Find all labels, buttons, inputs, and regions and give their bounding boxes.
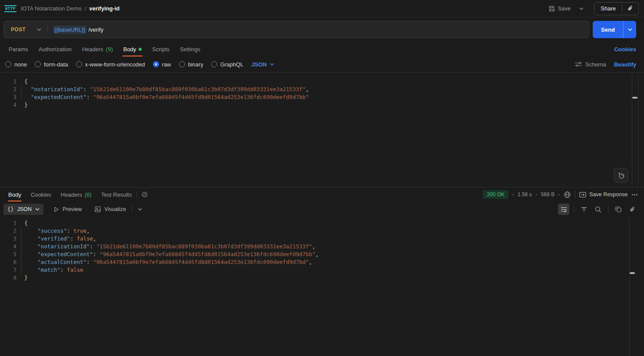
code-line[interactable]: 3 "expectedContent": "96a5447815a0bf0e7e…	[0, 93, 644, 101]
request-editor-scroll-track[interactable]	[632, 73, 638, 187]
save-response-button[interactable]: Save Response	[579, 191, 627, 198]
tab-headers[interactable]: Headers(9)	[77, 42, 118, 56]
response-format-selector[interactable]: {} JSON	[3, 204, 43, 215]
breadcrumb-separator: /	[85, 5, 86, 12]
body-mode-binary[interactable]: binary	[179, 61, 203, 68]
line-number: 1	[0, 78, 17, 86]
wrap-text-button[interactable]	[558, 204, 569, 215]
code-line[interactable]: 4}	[0, 101, 644, 109]
code-line[interactable]: 7 "match": false	[0, 266, 644, 274]
toolbar-divider	[132, 206, 133, 213]
tab-params[interactable]: Params	[3, 42, 33, 56]
play-icon	[54, 207, 59, 212]
request-body-editor[interactable]: 1{2 "notarizationId": "15b21de61100e7b80…	[0, 72, 644, 188]
breadcrumb-request-name[interactable]: verifying-id	[89, 5, 120, 12]
response-tab-headers[interactable]: Headers(8)	[56, 188, 96, 201]
network-globe-icon[interactable]	[564, 191, 571, 198]
raw-language-label: JSON	[251, 61, 266, 68]
code-text: }	[17, 101, 28, 109]
save-response-icon	[579, 192, 586, 198]
radio-icon	[211, 61, 217, 67]
code-text: "expectedContent": "96a5447815a0bf0e7efa…	[17, 93, 309, 101]
postbot-button[interactable]	[614, 168, 628, 183]
code-line[interactable]: 1{	[0, 78, 644, 86]
copy-button[interactable]	[613, 204, 624, 215]
save-response-label: Save Response	[589, 191, 627, 198]
tab-label: Cookies	[31, 191, 51, 198]
indent-guide	[21, 251, 21, 258]
chevron-down-icon	[35, 208, 40, 211]
line-number: 3	[0, 93, 17, 101]
filter-icon	[581, 207, 587, 212]
code-line[interactable]: 2 "success": true,	[0, 227, 644, 235]
code-text: }	[17, 274, 28, 282]
url-input[interactable]: {{baseURL}} /verify	[48, 26, 109, 34]
send-options-button[interactable]	[623, 21, 636, 38]
code-text: "verified": false,	[17, 235, 96, 243]
copy-icon	[615, 206, 621, 212]
preview-button[interactable]: Preview	[50, 206, 86, 212]
chevron-down-icon	[579, 7, 584, 10]
method-selector[interactable]: POST	[4, 26, 47, 33]
body-mode-bar: noneform-datax-www-form-urlencodedrawbin…	[0, 56, 644, 72]
response-history-icon[interactable]	[141, 191, 148, 198]
more-options-icon[interactable]: •••	[631, 192, 638, 197]
code-line[interactable]: 3 "verified": false,	[0, 235, 644, 243]
response-editor-scroll-track[interactable]	[629, 217, 635, 356]
line-number: 4	[0, 243, 17, 251]
code-line[interactable]: 2 "notarizationId": "15b21de61100e7b80df…	[0, 86, 644, 93]
raw-language-selector[interactable]: JSON	[251, 61, 274, 68]
chevron-down-icon	[37, 28, 41, 31]
copy-link-button[interactable]	[627, 204, 638, 215]
code-line[interactable]: 8}	[0, 274, 644, 282]
tab-settings[interactable]: Settings	[175, 42, 206, 56]
response-format-label: JSON	[17, 206, 31, 212]
body-mode-graphql[interactable]: GraphQL	[211, 61, 243, 68]
response-size[interactable]: 568 B	[541, 191, 554, 198]
meta-separator-dot	[558, 194, 560, 195]
breadcrumb-collection[interactable]: IOTA Notarization Demo	[21, 5, 82, 12]
paperclip-icon	[629, 206, 636, 213]
save-button[interactable]: Save	[547, 3, 573, 14]
body-mode-form-data[interactable]: form-data	[35, 61, 68, 68]
response-body-editor[interactable]: 1{2 "success": true,3 "verified": false,…	[0, 217, 644, 356]
schema-button[interactable]: Schema	[575, 61, 606, 68]
save-options-chevron[interactable]	[577, 5, 586, 12]
tab-label: Headers	[61, 191, 82, 198]
format-options-chevron[interactable]	[134, 204, 146, 215]
response-tab-cookies[interactable]: Cookies	[26, 188, 56, 201]
code-line[interactable]: 5 "expectedContent": "96a5447815a0bf0e7e…	[0, 251, 644, 258]
image-icon	[95, 206, 101, 212]
status-badge[interactable]: 200 OK	[483, 190, 508, 199]
code-line[interactable]: 4 "notarizationId": "15b21de61100e7b80df…	[0, 243, 644, 251]
body-mode-none[interactable]: none	[5, 61, 27, 68]
tab-label: Params	[9, 46, 28, 53]
url-variable-chip[interactable]: {{baseURL}}	[53, 26, 87, 34]
toolbar-divider	[574, 206, 574, 213]
response-tab-test-results[interactable]: Test Results	[96, 188, 137, 201]
response-editor-scroll-thumb[interactable]	[630, 272, 635, 274]
send-button[interactable]: Send	[593, 21, 623, 38]
body-mode-radios: noneform-datax-www-form-urlencodedrawbin…	[5, 61, 243, 68]
response-tab-body[interactable]: Body	[3, 188, 26, 201]
beautify-button[interactable]: Beautify	[614, 61, 636, 68]
cookies-link[interactable]: Cookies	[614, 46, 641, 53]
meta-divider	[575, 191, 575, 198]
tab-label: Scripts	[152, 46, 169, 53]
response-time[interactable]: 1.56 s	[518, 191, 532, 198]
copy-link-button[interactable]	[622, 5, 638, 12]
request-url-row: POST {{baseURL}} /verify Send	[0, 17, 644, 42]
tab-body[interactable]: Body	[118, 42, 147, 56]
search-button[interactable]	[592, 204, 604, 215]
line-number: 5	[0, 251, 17, 258]
tab-scripts[interactable]: Scripts	[147, 42, 175, 56]
tab-authorization[interactable]: Authorization	[33, 42, 77, 56]
share-button[interactable]: Share	[594, 5, 622, 12]
code-line[interactable]: 1{	[0, 219, 644, 227]
body-mode-x-www-form-urlencoded[interactable]: x-www-form-urlencoded	[76, 61, 145, 68]
visualize-button[interactable]: Visualize	[90, 206, 130, 212]
request-editor-scroll-thumb[interactable]	[632, 97, 637, 99]
body-mode-raw[interactable]: raw	[153, 61, 171, 68]
code-line[interactable]: 6 "actualContent": "96a5447815a0bf0e7efa…	[0, 258, 644, 266]
filter-button[interactable]	[578, 204, 590, 215]
